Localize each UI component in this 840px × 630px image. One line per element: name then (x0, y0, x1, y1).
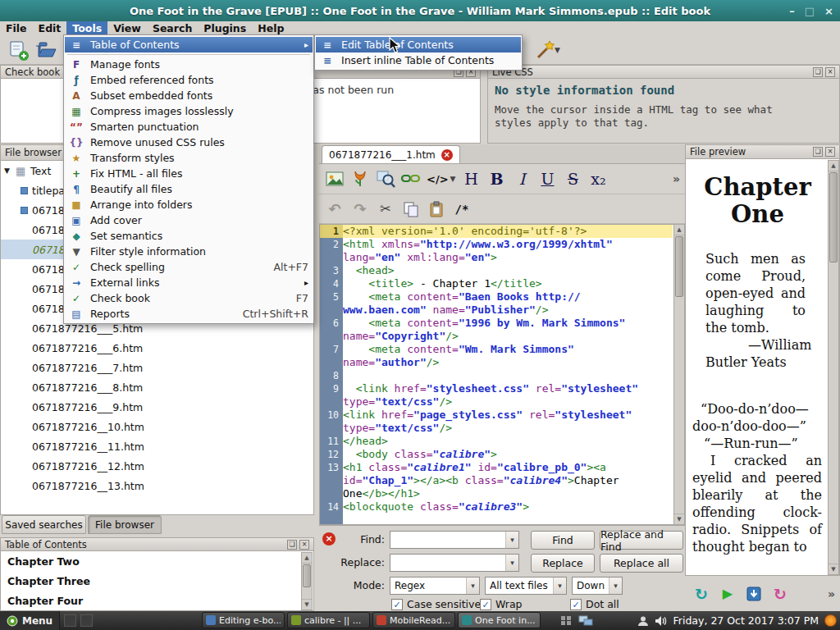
menu-item-edit-table-of-contents[interactable]: ≡Edit Table of Contents (316, 37, 521, 52)
preview-scrollbar[interactable]: ▲ ▼ (828, 160, 839, 575)
scroll-up-icon[interactable]: ▲ (829, 161, 838, 171)
strikethrough-button[interactable]: S (563, 168, 582, 189)
close-button[interactable]: × (824, 5, 833, 17)
code-line[interactable]: 5 <meta content="Baen Books http:// www.… (320, 290, 684, 317)
user-icon[interactable] (637, 615, 649, 627)
taskbar-window-mobileread[interactable]: MobileRead... (372, 612, 455, 628)
transform-wand-icon[interactable] (533, 39, 556, 62)
volume-icon[interactable] (655, 615, 668, 627)
subscript-button[interactable]: x₂ (588, 168, 608, 189)
close-tab-icon[interactable]: × (441, 149, 453, 161)
menu-item-arrange-into-folders[interactable]: ■Arrange into folders (65, 197, 313, 212)
checkbox-icon[interactable]: ✓ (570, 599, 582, 610)
new-book-icon[interactable] (7, 39, 30, 62)
replace-all-button[interactable]: Replace all (600, 554, 683, 573)
menu-item-filter-style-information[interactable]: ▼Filter style information (65, 244, 313, 259)
file-row[interactable]: 0671877216__12.htm (1, 456, 313, 476)
menu-item-reports[interactable]: ▤ReportsCtrl+Shift+R (65, 306, 313, 322)
run-preview-icon[interactable]: ▶ (718, 584, 737, 604)
menu-plugins[interactable]: Plugins (198, 21, 252, 35)
heading-button[interactable]: H (461, 168, 481, 189)
find-button[interactable]: Find (531, 531, 595, 550)
scroll-up-icon[interactable]: ▲ (674, 225, 684, 235)
chevron-down-icon[interactable]: ▾ (505, 555, 518, 571)
menu-view[interactable]: View (107, 21, 147, 35)
menu-item-check-book[interactable]: ✓Check bookF7 (65, 290, 313, 306)
preview-overflow-icon[interactable]: » (828, 587, 835, 600)
cut-icon[interactable]: ✂ (376, 199, 395, 220)
scroll-up-icon[interactable]: ▲ (302, 553, 312, 564)
replace-and-find-button[interactable]: Replace and Find (600, 531, 683, 550)
menu-item-insert-inline-table-of-contents[interactable]: ≡Insert inline Table of Contents (316, 52, 521, 68)
menu-item-transform-styles[interactable]: ★Transform styles (65, 150, 313, 166)
checkbox-dot-all[interactable]: ✓Dot all (570, 598, 619, 610)
show-desktop-button[interactable] (64, 614, 76, 627)
close-panel-icon[interactable]: × (299, 540, 309, 550)
code-line[interactable]: 4 <title> - Chapter 1</title> (320, 277, 684, 290)
code-line[interactable]: 6 <meta content="1996 by Wm. Mark Simmon… (320, 317, 684, 343)
insert-image-icon[interactable] (325, 168, 345, 189)
undock-icon[interactable]: ❏ (287, 540, 297, 550)
file-row[interactable]: 0671877216__11.htm (1, 436, 313, 456)
refresh-preview-icon[interactable]: ↻ (692, 584, 711, 604)
bold-button[interactable]: B (486, 168, 506, 189)
app-grid-icon[interactable] (560, 615, 573, 626)
insert-hyperlink-icon[interactable] (401, 168, 421, 189)
code-line[interactable]: 2<html xmlns="http://www.w3.org/1999/xht… (320, 238, 684, 264)
toc-entry[interactable]: Chapter Four (1, 591, 313, 610)
code-line[interactable]: 11</head> (320, 435, 684, 448)
start-menu-button[interactable]: Menu (0, 611, 60, 630)
menu-item-manage-fonts[interactable]: FManage fonts (65, 57, 313, 72)
menu-item-subset-embedded-fonts[interactable]: ASubset embedded fonts (65, 88, 313, 103)
menu-item-external-links[interactable]: →External links▸ (65, 275, 313, 290)
taskbar-window-calibre[interactable]: calibre - || ... (287, 612, 370, 628)
checkbox-icon[interactable]: ✓ (480, 599, 491, 610)
checkbox-case-sensitive[interactable]: ✓Case sensitive (391, 598, 481, 610)
replace-input[interactable]: ▾ (390, 554, 519, 572)
insert-tag-icon[interactable]: </>▼ (427, 168, 455, 189)
titlebar[interactable]: One Foot in the Grave [EPUB] :: One Foot… (0, 0, 840, 21)
minimize-button[interactable]: – (789, 5, 795, 17)
open-book-icon[interactable] (36, 39, 59, 62)
menu-item-remove-unused-css-rules[interactable]: {}Remove unused CSS rules (65, 135, 313, 150)
taskbar-window-one-foot-in[interactable]: One Foot in... (458, 612, 541, 628)
toc-scrollbar[interactable]: ▲ ▼ (301, 552, 313, 610)
code-line[interactable]: 13<h1 class="calibre1" id="calibre_pb_0"… (320, 461, 684, 500)
menu-item-smarten-punctuation[interactable]: “”Smarten punctuation (65, 119, 313, 135)
undock-icon[interactable]: ❏ (813, 147, 823, 157)
file-row[interactable]: 0671877216__13.htm (1, 476, 313, 495)
code-line[interactable]: 9 <link href="stylesheet.css" rel="style… (320, 382, 684, 409)
clock[interactable]: Friday, 27 Oct 2017 3:07 PM (673, 614, 819, 627)
underline-button[interactable]: U (537, 168, 557, 189)
undo-icon[interactable]: ↶ (325, 199, 345, 220)
file-row[interactable]: 0671877216___9.htm (1, 397, 313, 417)
search-icon[interactable] (376, 168, 395, 189)
code-line[interactable]: 3 <head> (320, 264, 684, 277)
menu-item-check-spelling[interactable]: ✓Check spellingAlt+F7 (65, 259, 313, 275)
toc-entry[interactable]: Chapter Two (1, 551, 313, 571)
notification-icon[interactable] (824, 614, 837, 627)
file-row[interactable]: 0671877216___7.htm (1, 358, 313, 377)
menu-item-embed-referenced-fonts[interactable]: ƒEmbed referenced fonts (65, 72, 313, 88)
insert-special-character-icon[interactable] (350, 168, 370, 189)
scroll-down-icon[interactable]: ▼ (302, 599, 312, 609)
scope-select[interactable]: All text files▾ (485, 577, 567, 595)
checkbox-icon[interactable]: ✓ (391, 599, 403, 610)
menu-file[interactable]: File (0, 21, 33, 35)
editor-tab[interactable]: 0671877216___1.htm × (322, 145, 460, 163)
editor-scrollbar[interactable]: ▲ ▼ (673, 224, 685, 525)
code-line[interactable]: 7 <meta content="Wm. Mark Simmons" name=… (320, 343, 684, 369)
menu-item-table-of-contents[interactable]: ≡Table of Contents▸ (65, 37, 313, 52)
file-row[interactable]: 0671877216__10.htm (1, 417, 313, 436)
menu-item-add-cover[interactable]: ▣Add cover (65, 212, 313, 228)
mode-select[interactable]: Regex▾ (390, 577, 480, 595)
replace-button[interactable]: Replace (531, 554, 595, 573)
chevron-down-icon[interactable]: ▾ (505, 532, 518, 548)
chevron-down-icon[interactable]: ▾ (609, 578, 622, 594)
tab-file-browser[interactable]: File browser (88, 515, 162, 534)
chevron-down-icon[interactable]: ▾ (553, 578, 566, 594)
code-line[interactable]: 10<link href="page_styles.css" rel="styl… (320, 409, 684, 435)
copy-icon[interactable] (401, 199, 421, 220)
toolbar-overflow-icon[interactable]: » (673, 172, 680, 185)
find-input[interactable]: ▾ (390, 531, 519, 549)
